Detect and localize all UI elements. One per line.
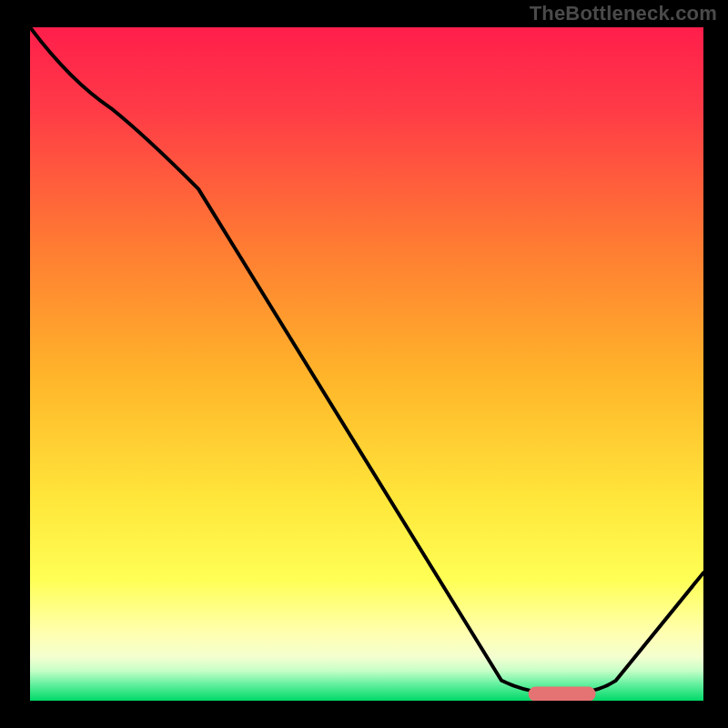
watermark-text: TheBottleneck.com bbox=[530, 2, 717, 25]
chart-frame: TheBottleneck.com bbox=[0, 0, 728, 728]
optimal-range-marker bbox=[529, 687, 596, 701]
gradient-background bbox=[30, 27, 703, 701]
plot-area bbox=[30, 27, 703, 701]
plot-svg bbox=[30, 27, 703, 701]
